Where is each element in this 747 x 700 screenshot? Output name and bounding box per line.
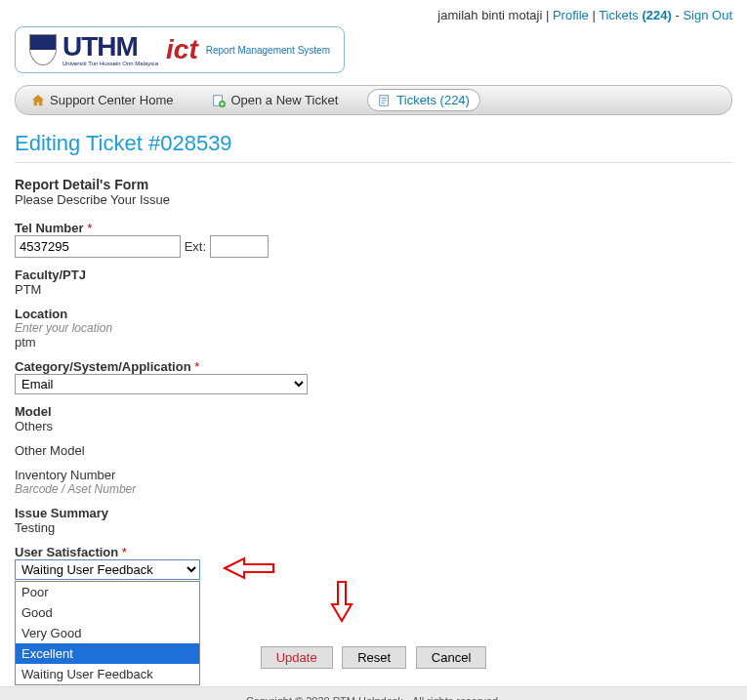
copyright: Copyright © 2020 PTM Helpdesk - All righ… <box>0 695 747 700</box>
tel-input[interactable] <box>15 235 181 258</box>
tickets-icon <box>378 94 392 107</box>
category-select[interactable]: Email <box>15 374 308 394</box>
tickets-link[interactable]: Tickets (224) <box>599 8 675 22</box>
footer: Copyright © 2020 PTM Helpdesk - All righ… <box>0 686 747 700</box>
username: jamilah binti motaji <box>437 8 542 22</box>
nav-open-ticket[interactable]: Open a New Ticket <box>202 90 348 110</box>
opt-very-good[interactable]: Very Good <box>16 623 199 643</box>
opt-good[interactable]: Good <box>16 602 199 623</box>
home-icon <box>31 94 45 107</box>
profile-link[interactable]: Profile <box>553 8 589 22</box>
divider <box>15 162 732 163</box>
uthm-shield-icon <box>29 34 57 65</box>
navbar: Support Center Home Open a New Ticket Ti… <box>15 85 732 115</box>
form: Report Detail's Form Please Describe You… <box>0 177 747 686</box>
new-ticket-icon <box>212 94 226 107</box>
topbar: jamilah binti motaji | Profile | Tickets… <box>0 0 747 26</box>
field-tel: Tel Number * Ext: <box>15 221 732 258</box>
reset-button[interactable]: Reset <box>342 646 406 669</box>
field-faculty: Faculty/PTJ PTM <box>15 268 732 297</box>
signout-link[interactable]: Sign Out <box>683 8 732 22</box>
annotation-arrow-left-icon <box>220 554 278 583</box>
section-subtitle: Please Describe Your Issue <box>15 192 732 207</box>
cancel-button[interactable]: Cancel <box>416 646 486 669</box>
ext-label: Ext: <box>185 239 206 254</box>
opt-excellent[interactable]: Excellent <box>16 643 199 664</box>
ext-input[interactable] <box>210 235 269 258</box>
ict-logo-text: ict <box>166 34 198 65</box>
field-satisfaction: User Satisfaction * Waiting User Feedbac… <box>15 545 732 580</box>
field-other-model: Other Model <box>15 443 732 458</box>
field-location: Location Enter your location ptm <box>15 307 732 350</box>
update-button[interactable]: Update <box>261 646 333 669</box>
section-title: Report Detail's Form <box>15 177 732 192</box>
nav-tickets[interactable]: Tickets (224) <box>367 89 480 111</box>
field-category: Category/System/Application * Email <box>15 359 732 394</box>
field-issue-summary: Issue Summary Testing <box>15 506 732 535</box>
opt-poor[interactable]: Poor <box>16 582 199 602</box>
nav-support-home[interactable]: Support Center Home <box>21 90 183 110</box>
annotation-arrow-down-icon <box>327 577 356 626</box>
satisfaction-select[interactable]: Waiting User Feedback <box>15 559 200 580</box>
satisfaction-dropdown: Poor Good Very Good Excellent Waiting Us… <box>15 581 200 685</box>
field-inventory: Inventory Number Barcode / Aset Number <box>15 468 732 496</box>
opt-waiting[interactable]: Waiting User Feedback <box>16 664 199 684</box>
field-model: Model Others <box>15 404 732 433</box>
header: UTHM Universiti Tun Hussein Onn Malaysia… <box>0 26 747 81</box>
page-title: Editing Ticket #028539 <box>15 131 732 156</box>
logo: UTHM Universiti Tun Hussein Onn Malaysia… <box>15 26 345 73</box>
ict-subtitle: Report Management System <box>206 45 330 56</box>
